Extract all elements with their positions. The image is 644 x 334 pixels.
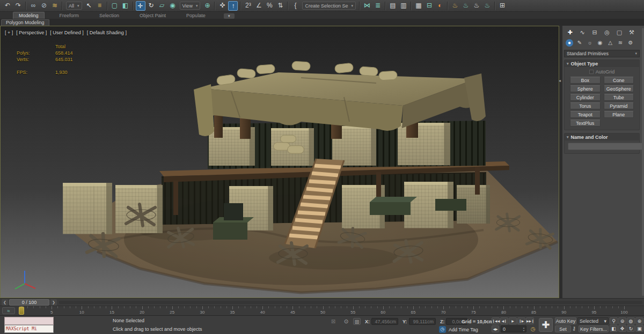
absolute-mode-icon[interactable]: ⊞ [353,318,361,325]
zoom-all-icon[interactable]: ⊚ [618,317,626,324]
rectangular-selection-icon[interactable]: ▢ [110,1,120,11]
use-pivot-center-icon[interactable]: ⊕ [202,1,212,11]
next-frame-button[interactable]: ❙▶ [517,317,525,324]
redo-icon[interactable]: ↷ [13,1,23,11]
scene-explorer-icon[interactable]: ▤ [388,1,398,11]
isolate-selection-icon[interactable]: ⊠ [330,318,337,325]
go-to-start-button[interactable]: ❙◀◀ [492,317,500,324]
angle-snap-icon[interactable]: ∠ [254,1,264,11]
select-and-rotate-icon[interactable]: ↻ [147,1,156,11]
reference-coordsys-dropdown[interactable]: View▾ [180,2,201,10]
align-icon[interactable]: ≣ [373,1,383,11]
named-selection-set-dropdown[interactable]: Create Selection Se▾ [302,2,356,10]
create-textplus-button[interactable]: TextPlus [570,120,601,127]
systems-category-icon[interactable]: ⚙ [627,39,634,47]
viewport-menu-pov[interactable]: [ Perspective ] [16,30,47,35]
bind-to-space-warp-icon[interactable]: ≋ [50,1,60,11]
render-setup-icon[interactable]: ♨ [450,1,460,11]
selection-filter-dropdown[interactable]: All▾ [66,2,82,10]
hierarchy-tab-icon[interactable]: ⊟ [590,28,599,36]
render-production-icon[interactable]: ♨ [472,1,481,11]
viewport-perspective[interactable]: [ + ] [ Perspective ] [ User Defined ] [… [0,26,559,298]
frame-spinner[interactable]: ▲▼ [522,325,526,332]
create-cone-button[interactable]: Cone [604,77,634,84]
auto-key-button[interactable]: Auto Key [555,317,576,324]
zoom-extents-all-icon[interactable]: ⊛ [635,317,643,324]
space-warps-category-icon[interactable]: ≋ [617,39,624,47]
select-object-icon[interactable]: ↖ [84,1,94,11]
plus-tool-icon[interactable]: ✚ [539,318,553,332]
layer-explorer-icon[interactable]: ▥ [399,1,408,11]
create-tube-button[interactable]: Tube [604,94,634,101]
orbit-icon[interactable]: ↻ [627,325,635,332]
spinner-snap-icon[interactable]: ⇅ [275,1,285,11]
undo-icon[interactable]: ↶ [3,1,12,11]
create-box-button[interactable]: Box [570,77,601,84]
material-editor-icon[interactable]: ◐ [435,1,445,11]
maximize-viewport-icon[interactable]: ▣ [635,325,643,332]
object-type-rollout-header[interactable]: ▾ Object Type [565,60,639,67]
render-in-cloud-icon[interactable]: ♨ [482,1,492,11]
viewport-layout-icon[interactable]: ⊞ [497,1,507,11]
curve-editor-icon[interactable]: ▦ [414,1,423,11]
time-slider-track[interactable] [59,301,642,304]
create-torus-button[interactable]: Torus [570,102,601,109]
keyboard-override-icon[interactable]: ↑ [228,1,238,11]
key-icon[interactable]: ⚷ [572,325,576,331]
window-crossing-icon[interactable]: ◧ [121,1,130,11]
create-cylinder-button[interactable]: Cylinder [570,94,601,101]
tab-object-paint[interactable]: Object Paint [134,12,171,19]
time-slider-prev-icon[interactable]: ❮ [2,299,8,306]
cameras-category-icon[interactable]: ◉ [596,39,604,47]
create-tab-icon[interactable]: ✚ [566,28,574,36]
shapes-category-icon[interactable]: ✎ [576,39,583,47]
name-color-rollout-header[interactable]: ▾ Name and Color [565,133,639,140]
object-name-input[interactable] [568,143,644,150]
motion-tab-icon[interactable]: ◎ [603,28,611,36]
unlink-selection-icon[interactable]: ⊘ [39,1,49,11]
viewport-menu-general[interactable]: [ + ] [5,30,13,35]
pan-icon[interactable]: ✥ [618,325,626,332]
select-and-place-icon[interactable]: ◉ [168,1,178,11]
time-slider-next-icon[interactable]: ❯ [50,299,57,306]
select-by-name-icon[interactable]: ≡ [95,1,105,11]
macro-recorder-field[interactable] [4,317,54,325]
panel-expand-arrow-icon[interactable]: ◂ [559,78,561,83]
lights-category-icon[interactable]: ☼ [586,39,594,47]
create-pyramid-button[interactable]: Pyramid [604,102,634,109]
tab-modeling[interactable]: Modeling [13,12,45,19]
snaps-toggle-icon[interactable]: 2³ [243,1,253,11]
rendered-frame-window-icon[interactable]: ♨ [461,1,471,11]
select-and-link-icon[interactable]: ∞ [28,1,38,11]
named-selection-sets-icon[interactable]: { [290,1,300,11]
utilities-tab-icon[interactable]: ⚒ [627,28,636,36]
primitives-category-dropdown[interactable]: Standard Primitives ▾ [564,50,640,57]
selection-lock-icon[interactable]: ⊙ [342,318,350,325]
play-button[interactable]: ▶ [509,317,517,324]
command-panel-scrollbar[interactable] [642,28,644,296]
timeline-playhead[interactable] [19,307,24,315]
go-to-end-button[interactable]: ▶▶❙ [526,317,534,324]
create-teapot-button[interactable]: Teapot [570,111,601,118]
timeline-ruler[interactable]: 0510152025303540455055606570758085909510… [0,306,644,315]
select-and-manipulate-icon[interactable]: ✜ [217,1,227,11]
tab-selection[interactable]: Selection [94,12,125,19]
zoom-region-icon[interactable]: ◧ [610,325,618,332]
tab-freeform[interactable]: Freeform [54,12,85,19]
time-configuration-icon[interactable]: ◷ [529,325,537,332]
select-and-move-icon[interactable]: ✛ [136,1,145,11]
maxscript-mini-listener[interactable]: MAXScript Mi [4,325,54,333]
viewport-menu-view[interactable]: [ User Defined ] [50,30,84,35]
select-and-scale-icon[interactable]: ▱ [157,1,167,11]
zoom-icon[interactable]: ⚲ [610,317,618,324]
schematic-view-icon[interactable]: ⊟ [425,1,434,11]
zoom-extents-icon[interactable]: ◍ [627,317,635,324]
selection-set-key-dropdown[interactable]: Selected ▾ [577,317,609,324]
ribbon-minimize-icon[interactable]: ▾ [224,13,235,19]
tab-populate[interactable]: Populate [181,12,211,19]
percent-snap-icon[interactable]: % [265,1,274,11]
display-tab-icon[interactable]: ▢ [615,28,624,36]
previous-frame-button[interactable]: ◀❙ [500,317,508,324]
geometry-category-icon[interactable]: ● [566,39,573,47]
y-coord-field[interactable]: 99,111cm [409,318,436,325]
